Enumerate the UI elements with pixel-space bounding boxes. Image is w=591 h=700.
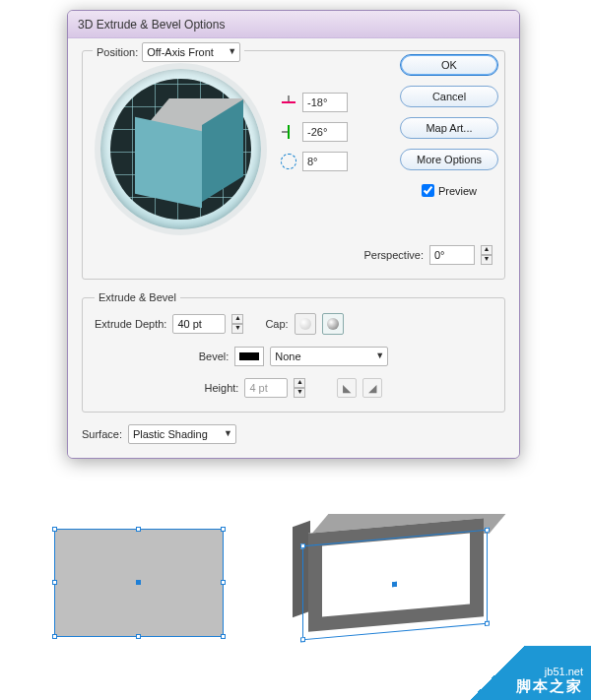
extruded-box-result bbox=[293, 514, 509, 652]
watermark-url: jb51.net bbox=[545, 666, 583, 677]
stepper-up-icon[interactable]: ▲ bbox=[231, 314, 243, 324]
handle-icon bbox=[300, 543, 305, 548]
x-axis-icon bbox=[281, 95, 296, 110]
perspective-stepper[interactable]: ▲ ▼ bbox=[481, 245, 492, 265]
handle-icon bbox=[52, 634, 57, 639]
y-angle-value: -26° bbox=[307, 126, 327, 138]
watermark-cn: 脚本之家 bbox=[516, 677, 583, 696]
handle-icon bbox=[221, 527, 226, 532]
extrude-bevel-group: Extrude & Bevel Extrude Depth: ▲ ▼ Cap: … bbox=[82, 291, 505, 413]
handle-icon bbox=[300, 637, 305, 642]
more-options-button[interactable]: More Options bbox=[400, 149, 498, 170]
illustration-row bbox=[54, 514, 509, 652]
bevel-swatch bbox=[234, 347, 264, 366]
dialog-3d-extrude-bevel: 3D Extrude & Bevel Options Position: Off… bbox=[67, 10, 520, 459]
stepper-down-icon: ▼ bbox=[294, 388, 305, 398]
handle-icon bbox=[136, 527, 141, 532]
rotation-preview-sphere[interactable] bbox=[95, 63, 267, 235]
map-art-button[interactable]: Map Art... bbox=[400, 117, 498, 139]
center-handle-icon bbox=[392, 582, 397, 587]
bevel-dropdown[interactable]: None ▼ bbox=[270, 347, 388, 366]
position-select[interactable]: Off-Axis Front bbox=[142, 42, 240, 62]
y-angle-input[interactable]: -26° bbox=[302, 122, 348, 142]
surface-dropdown[interactable]: Plastic Shading ▼ bbox=[128, 424, 236, 444]
dialog-title: 3D Extrude & Bevel Options bbox=[68, 11, 519, 38]
cancel-button[interactable]: Cancel bbox=[400, 86, 498, 107]
z-axis-icon bbox=[281, 154, 296, 169]
bevel-extent-in-button[interactable]: ◣ bbox=[337, 378, 357, 398]
x-angle-input[interactable]: -18° bbox=[302, 93, 348, 112]
bevel-select[interactable]: None bbox=[270, 347, 388, 366]
cap-solid-icon bbox=[299, 318, 311, 330]
handle-icon bbox=[136, 634, 141, 639]
preview-label: Preview bbox=[438, 185, 477, 197]
handle-icon bbox=[52, 580, 57, 585]
ok-button[interactable]: OK bbox=[400, 54, 498, 76]
position-dropdown[interactable]: Off-Axis Front ▼ bbox=[142, 42, 240, 62]
stepper-down-icon[interactable]: ▼ bbox=[231, 324, 243, 334]
angle-inputs: -18° -26° 8° bbox=[281, 63, 348, 171]
bevel-extent-out-button[interactable]: ◢ bbox=[362, 378, 382, 398]
watermark: jb51.net 脚本之家 bbox=[443, 646, 591, 700]
position-label: Position: bbox=[97, 46, 138, 58]
dialog-side-buttons: OK Cancel Map Art... More Options Previe… bbox=[395, 54, 503, 197]
handle-icon bbox=[221, 634, 226, 639]
depth-stepper[interactable]: ▲ ▼ bbox=[231, 314, 243, 334]
surface-label: Surface: bbox=[82, 428, 122, 440]
preview-checkbox-row[interactable]: Preview bbox=[422, 184, 477, 197]
handle-icon bbox=[52, 527, 57, 532]
perspective-input[interactable]: 0° bbox=[429, 245, 475, 265]
height-stepper: ▲ ▼ bbox=[294, 378, 305, 398]
selection-outline bbox=[302, 530, 488, 640]
handle-icon bbox=[221, 580, 226, 585]
y-axis-icon bbox=[281, 124, 296, 140]
cap-label: Cap: bbox=[265, 318, 288, 330]
cube-front-face bbox=[135, 117, 202, 208]
stepper-up-icon: ▲ bbox=[294, 378, 305, 388]
flat-rectangle-selection bbox=[54, 529, 224, 637]
handle-icon bbox=[485, 528, 490, 533]
cap-off-button[interactable] bbox=[322, 313, 344, 335]
extrude-bevel-legend: Extrude & Bevel bbox=[95, 291, 180, 303]
cap-on-button[interactable] bbox=[295, 313, 316, 335]
z-angle-input[interactable]: 8° bbox=[302, 152, 348, 171]
x-angle-value: -18° bbox=[307, 96, 327, 108]
extrude-depth-input[interactable] bbox=[172, 314, 226, 334]
cap-hollow-icon bbox=[327, 318, 339, 330]
height-input bbox=[244, 378, 288, 398]
handle-icon bbox=[485, 621, 490, 626]
perspective-label: Perspective: bbox=[363, 249, 424, 261]
stepper-up-icon[interactable]: ▲ bbox=[481, 245, 492, 255]
surface-select[interactable]: Plastic Shading bbox=[128, 424, 236, 444]
height-label: Height: bbox=[205, 382, 239, 394]
preview-checkbox[interactable] bbox=[422, 184, 434, 197]
perspective-value: 0° bbox=[434, 249, 445, 261]
center-handle-icon bbox=[136, 580, 141, 585]
z-angle-value: 8° bbox=[307, 156, 318, 167]
bevel-label: Bevel: bbox=[199, 350, 230, 362]
extrude-depth-label: Extrude Depth: bbox=[95, 318, 166, 330]
stepper-down-icon[interactable]: ▼ bbox=[481, 255, 492, 265]
